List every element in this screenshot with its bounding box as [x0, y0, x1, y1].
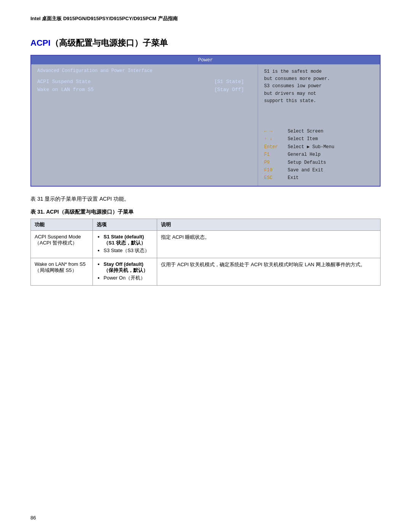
section-title-blue: ACPI	[30, 38, 51, 48]
bios-menu-item-1[interactable]: ACPI Suspend State [S1 State]	[37, 79, 252, 85]
options-cell-2: Stay Off (default) （保持关机，默认） Power On（开机…	[93, 258, 157, 285]
key-name-f1: F1	[264, 151, 283, 158]
bios-left-panel: Advanced Configuration and Power Interfa…	[31, 64, 258, 186]
page-number: 86	[30, 515, 36, 521]
key-desc-updown: Select Item	[288, 135, 318, 143]
key-desc-p9: Setup Defaults	[288, 159, 326, 166]
key-row-p9: P9 Setup Defaults	[264, 159, 374, 166]
bios-item-value-1: [S1 State]	[214, 79, 244, 85]
feature-table: 功能 选项 说明 ACPI Suspend Mode（ACPI 暂停模式） S1…	[30, 219, 381, 286]
option-s1-cn: （S1 状态，默认）	[104, 240, 146, 246]
options-cell-1: S1 State (default) （S1 状态，默认） S3 State（S…	[93, 230, 157, 258]
key-desc-f1: General Help	[288, 151, 320, 158]
table-row: ACPI Suspend Mode（ACPI 暂停模式） S1 State (d…	[31, 230, 381, 258]
bios-header-row: Advanced Configuration and Power Interfa…	[37, 68, 252, 73]
key-row-esc: ESC Exit	[264, 174, 374, 182]
key-name-p9: P9	[264, 159, 283, 166]
key-row-enter: Enter Select ▶ Sub-Menu	[264, 143, 374, 151]
bios-body: Advanced Configuration and Power Interfa…	[31, 64, 380, 186]
desc-cell-1: 指定 ACPI 睡眠状态。	[157, 230, 380, 258]
key-name-enter: Enter	[264, 143, 283, 151]
feature-cell-2: Wake on LAN* from S5（局域网唤醒 S5）	[31, 258, 93, 285]
key-row-f10: F10 Save and Exit	[264, 166, 374, 174]
bios-tab-bar: Power	[31, 56, 380, 64]
desc-cell-2: 仅用于 ACPI 软关机模式，确定系统处于 ACPI 软关机模式时响应 LAN …	[157, 258, 380, 285]
bios-power-tab: Power	[198, 57, 213, 63]
page-header: Intel 桌面主板 D915PGN/D915PSY/D915PCY/D915P…	[30, 15, 381, 22]
table-intro: 表 31 显示的子菜单用于设置 ACPI 功能。	[30, 196, 381, 203]
col-header-feature: 功能	[31, 219, 93, 230]
col-header-desc: 说明	[157, 219, 380, 230]
option-s1-default: S1 State (default)	[104, 234, 144, 240]
section-title: ACPI（高级配置与电源接口）子菜单	[30, 37, 381, 49]
option-stayoff-cn: （保持关机，默认）	[104, 267, 148, 273]
table-title: 表 31. ACPI（高级配置与电源接口）子菜单	[30, 209, 381, 216]
key-row-f1: F1 General Help	[264, 151, 374, 158]
table-row: Wake on LAN* from S5（局域网唤醒 S5） Stay Off …	[31, 258, 381, 285]
key-name-f10: F10	[264, 166, 283, 174]
bios-item-label-1: ACPI Suspend State	[37, 79, 91, 85]
bios-key-legend: ← → Select Screen ↑ ↓ Select Item Enter …	[264, 128, 374, 182]
key-name-esc: ESC	[264, 174, 283, 182]
col-header-options: 选项	[93, 219, 157, 230]
bios-help-text: S1 is the safest mode but consumes more …	[264, 68, 374, 105]
bios-menu-item-2[interactable]: Wake on LAN from S5 [Stay Off]	[37, 87, 252, 93]
bios-right-panel: S1 is the safest mode but consumes more …	[258, 64, 380, 186]
key-desc-esc: Exit	[288, 174, 299, 182]
key-row-updown: ↑ ↓ Select Item	[264, 135, 374, 143]
key-desc-arrows: Select Screen	[288, 128, 323, 135]
bios-item-value-2: [Stay Off]	[214, 87, 244, 93]
option-stayoff-default: Stay Off (default)	[104, 261, 143, 267]
feature-cell-1: ACPI Suspend Mode（ACPI 暂停模式）	[31, 230, 93, 258]
table-header-row: 功能 选项 说明	[31, 219, 381, 230]
option-s3: S3 State（S3 状态）	[104, 248, 150, 253]
key-desc-enter: Select ▶ Sub-Menu	[288, 143, 334, 151]
section-title-black: （高级配置与电源接口）子菜单	[51, 38, 168, 48]
key-name-arrows: ← →	[264, 128, 283, 135]
key-name-updown: ↑ ↓	[264, 135, 283, 143]
header-text: Intel 桌面主板 D915PGN/D915PSY/D915PCY/D915P…	[30, 16, 178, 21]
bios-item-label-2: Wake on LAN from S5	[37, 87, 94, 93]
bios-screen: Power Advanced Configuration and Power I…	[30, 55, 381, 187]
key-desc-f10: Save and Exit	[288, 166, 323, 174]
option-poweron: Power On（开机）	[104, 275, 145, 281]
key-row-arrows: ← → Select Screen	[264, 128, 374, 135]
